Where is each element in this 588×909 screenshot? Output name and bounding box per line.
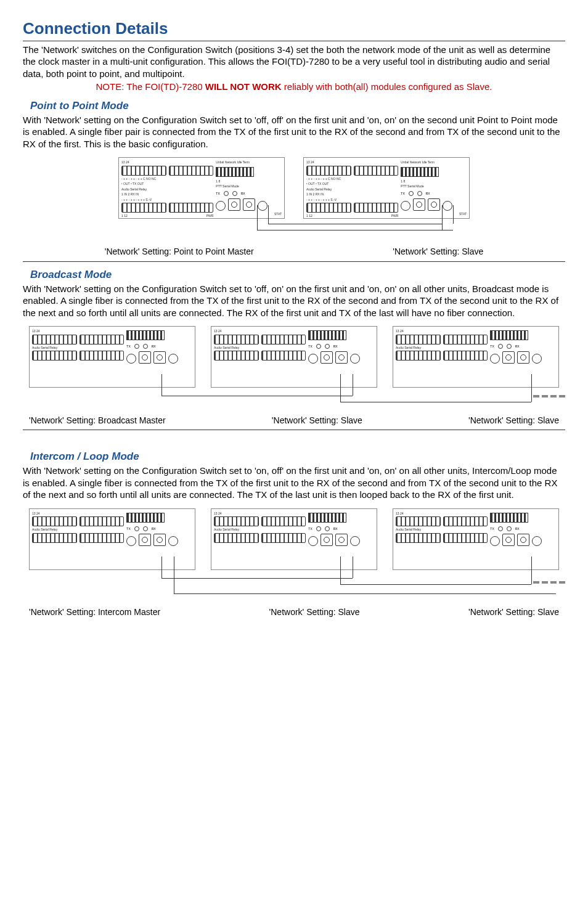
unit-master-ptp: 13 24 - + + - + + - + + C NO NC ¹ OUT ² … xyxy=(118,157,285,219)
label: - + + - + + - + + + S -V xyxy=(121,198,152,202)
fiber-connector xyxy=(216,201,226,211)
caption-broadcast-slave1: 'Network' Setting: Slave xyxy=(272,415,362,426)
label: Unbal Network Idle Term xyxy=(216,160,250,165)
heading-intercom: Intercom / Loop Mode xyxy=(30,450,565,463)
label: Audio Serial Relay xyxy=(396,346,421,350)
body-ptp: With 'Network' setting on the Configurat… xyxy=(23,114,565,150)
unit-broadcast-slave2: 13 24 Audio Serial Relay TXRX xyxy=(393,326,559,388)
note-suffix: reliably with both(all) modules configur… xyxy=(282,81,492,92)
label: 1 8 xyxy=(401,179,405,184)
fiber-connections-intercom xyxy=(23,575,565,603)
note-prefix: NOTE: The FOI(TD)-7280 xyxy=(96,81,205,92)
label: PWR xyxy=(206,214,214,218)
intro-paragraph: The 'Network' switches on the Configurat… xyxy=(23,44,565,80)
unit-intercom-master: 13 24 Audio Serial Relay TXRX xyxy=(29,508,195,570)
label: PTT Serial Mode xyxy=(216,184,239,189)
rx-port xyxy=(428,198,440,211)
label: Unbal Network Idle Term xyxy=(401,160,435,165)
label: 13 24 xyxy=(214,512,222,516)
caption-broadcast-master: 'Network' Setting: Broadcast Master xyxy=(29,415,166,426)
caption-intercom-slave2: 'Network' Setting: Slave xyxy=(468,606,559,618)
heading-ptp: Point to Point Mode xyxy=(30,99,565,113)
label: Audio Serial Relay xyxy=(214,346,239,350)
label: Audio Serial Relay xyxy=(121,187,147,192)
label: - + + - + + - + + C NO NC xyxy=(121,177,156,181)
label: 1 IN 2 RX IN xyxy=(121,192,139,197)
unit-intercom-slave2: 13 24 Audio Serial Relay TXRX xyxy=(393,508,559,570)
label: 13 24 xyxy=(306,160,314,165)
label: Audio Serial Relay xyxy=(306,187,332,192)
diagram-intercom: 13 24 Audio Serial Relay TXRX 13 xyxy=(23,502,565,624)
unit-slave-ptp: 13 24 - + + - + + - + + C NO NC ¹ OUT ² … xyxy=(303,157,470,219)
dip-switch xyxy=(401,167,439,177)
label: ¹ OUT ² TX OUT xyxy=(306,182,329,186)
diagram-broadcast: 13 24 Audio Serial Relay TXRX 13 xyxy=(23,320,565,430)
label: STAT xyxy=(459,212,467,216)
label: PTT Serial Mode xyxy=(401,184,423,189)
fiber-connections-ptp xyxy=(23,224,565,242)
label: 13 24 xyxy=(121,160,129,165)
tx-port xyxy=(228,198,240,211)
heading-broadcast: Broadcast Mode xyxy=(30,268,565,282)
label: Audio Serial Relay xyxy=(214,528,239,532)
label: Audio Serial Relay xyxy=(32,528,57,532)
label: 13 24 xyxy=(396,329,404,333)
body-intercom: With 'Network' setting on the Configurat… xyxy=(23,465,565,501)
rx-port xyxy=(243,198,255,211)
body-broadcast: With 'Network' setting on the Configurat… xyxy=(23,283,565,319)
label: - + + - + + - + + C NO NC xyxy=(306,177,341,181)
label: 1 12 xyxy=(121,214,128,218)
fiber-connector xyxy=(258,201,267,211)
label: 1 IN 2 RX IN xyxy=(306,192,324,197)
label: PWR xyxy=(391,214,399,218)
label: STAT xyxy=(274,212,282,216)
note-bold: WILL NOT WORK xyxy=(205,81,282,92)
dip-switch xyxy=(216,167,254,177)
caption-ptp-master: 'Network' Setting: Point to Point Master xyxy=(105,246,254,257)
caption-intercom-slave1: 'Network' Setting: Slave xyxy=(269,606,360,618)
label: 1 12 xyxy=(306,214,312,218)
caption-ptp-slave: 'Network' Setting: Slave xyxy=(393,246,483,257)
label: Audio Serial Relay xyxy=(32,346,57,350)
caption-broadcast-slave2: 'Network' Setting: Slave xyxy=(468,415,559,426)
tx-port xyxy=(413,198,425,211)
label: 1 8 xyxy=(216,179,220,184)
page-title: Connection Details xyxy=(23,18,565,41)
label: 13 24 xyxy=(32,512,40,516)
warning-note: NOTE: The FOI(TD)-7280 WILL NOT WORK rel… xyxy=(23,81,565,93)
unit-broadcast-master: 13 24 Audio Serial Relay TXRX xyxy=(29,326,195,388)
label: - + + - + + - + + + S -V xyxy=(306,198,337,202)
label: 13 24 xyxy=(32,329,40,333)
label: Audio Serial Relay xyxy=(396,528,421,532)
diagram-ptp: 13 24 - + + - + + - + + C NO NC ¹ OUT ² … xyxy=(23,151,565,261)
label: 13 24 xyxy=(396,512,404,516)
caption-intercom-master: 'Network' Setting: Intercom Master xyxy=(29,606,160,618)
fiber-connections-broadcast xyxy=(23,393,565,411)
label: 13 24 xyxy=(214,329,222,333)
label: ¹ OUT ² TX OUT xyxy=(121,182,144,186)
